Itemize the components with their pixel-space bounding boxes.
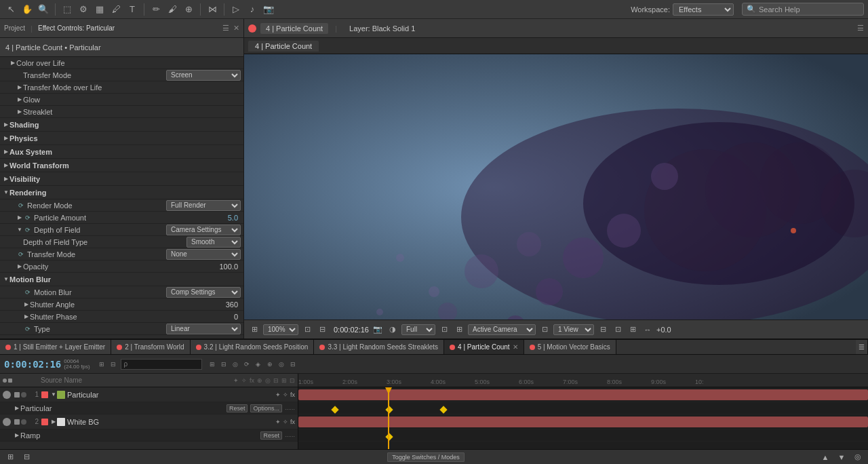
world-transform-arrow[interactable]: ▶ bbox=[3, 162, 9, 169]
tl-ctrl-1[interactable]: ⊞ bbox=[208, 360, 217, 369]
hand-tool-icon[interactable]: ✋ bbox=[20, 3, 34, 16]
tl-ctrl-6[interactable]: ⊕ bbox=[265, 360, 275, 369]
comp-menu-icon[interactable]: ☰ bbox=[857, 24, 864, 33]
puppet-icon[interactable]: ⋈ bbox=[205, 3, 219, 16]
glow-row[interactable]: ▶ Glow bbox=[0, 94, 243, 106]
dof-type-dropdown[interactable]: Smooth bbox=[186, 237, 241, 248]
tl-stagger-icon[interactable]: ⊞ bbox=[97, 360, 106, 369]
camera-dropdown[interactable]: Active Camera bbox=[468, 324, 536, 335]
tl-layer-2-lock[interactable] bbox=[21, 419, 26, 425]
grid-icon[interactable]: ▦ bbox=[93, 3, 106, 16]
tl-ctrl-7[interactable]: ◎ bbox=[277, 360, 286, 369]
tl-layer-1-vis[interactable] bbox=[3, 391, 11, 399]
paint-icon[interactable]: 🖌 bbox=[165, 3, 179, 16]
shutter-phase-arrow[interactable]: ▶ bbox=[23, 313, 30, 320]
clone-icon[interactable]: ⊕ bbox=[182, 3, 195, 16]
toggle-icon[interactable]: ⊡ bbox=[438, 324, 450, 336]
aux-system-row[interactable]: ▶ Aux System bbox=[0, 145, 243, 159]
color-over-life-arrow[interactable]: ▶ bbox=[9, 60, 16, 66]
panel-menu-icon[interactable]: ☰ bbox=[222, 24, 229, 33]
opacity-row[interactable]: ▶ Opacity 100.0 bbox=[0, 260, 243, 273]
text-icon[interactable]: T bbox=[125, 3, 139, 16]
view-icon[interactable]: ⊟ bbox=[597, 324, 609, 336]
info-icon[interactable]: ⊟ bbox=[316, 324, 328, 336]
quality-dropdown[interactable]: Full bbox=[401, 324, 435, 335]
tl-tab-transform-world[interactable]: 2 | Transform World bbox=[111, 340, 190, 355]
tl-search-input[interactable] bbox=[121, 359, 202, 370]
tl-bottom-icon3[interactable]: ▲ bbox=[819, 451, 831, 463]
tl-layer-2[interactable]: 2 ▶ White BG ✦ ✧ fx bbox=[0, 414, 298, 429]
transfer-mode-over-life-arrow[interactable]: ▶ bbox=[16, 84, 23, 91]
tl-tab-light-streaklets[interactable]: 3.3 | Light Random Seeds Streaklets bbox=[314, 340, 444, 355]
tl-l1-fx[interactable]: fx bbox=[290, 391, 295, 398]
tl-bottom-icon5[interactable]: ◎ bbox=[852, 451, 864, 463]
cam-icon2[interactable]: ⊡ bbox=[538, 324, 551, 336]
shutter-angle-value[interactable]: 360 bbox=[211, 301, 238, 309]
shutter-angle-row[interactable]: ▶ Shutter Angle 360 bbox=[0, 298, 243, 311]
particle-amount-arrow[interactable]: ▶ bbox=[16, 214, 23, 221]
dof-dropdown[interactable]: Camera Settings bbox=[166, 225, 241, 235]
view-dropdown[interactable]: 1 View bbox=[553, 324, 594, 335]
export-icon[interactable]: ⊞ bbox=[627, 324, 639, 336]
tl-ctrl-5[interactable]: ◈ bbox=[254, 360, 263, 369]
grid2-icon[interactable]: ⊞ bbox=[453, 324, 465, 336]
comp-tab-4[interactable]: 4 | Particle Count bbox=[248, 41, 319, 52]
tl-l2-fx[interactable]: fx bbox=[290, 419, 295, 425]
tab-close-5[interactable]: ✕ bbox=[513, 343, 518, 351]
tl-layer-2-sub-arrow[interactable]: ▶ bbox=[14, 432, 20, 439]
shading-arrow[interactable]: ▶ bbox=[3, 121, 9, 128]
preview-icon[interactable]: ▷ bbox=[229, 3, 243, 16]
tl-playhead[interactable] bbox=[388, 387, 389, 449]
zoom-dropdown[interactable]: 100% bbox=[263, 324, 298, 335]
tl-tab-particle-count[interactable]: 4 | Particle Count ✕ bbox=[444, 340, 524, 355]
shutter-phase-row[interactable]: ▶ Shutter Phase 0 bbox=[0, 311, 243, 323]
streaklet-arrow[interactable]: ▶ bbox=[16, 109, 23, 115]
panel-close-icon[interactable]: ✕ bbox=[233, 24, 239, 33]
tl-layer-1-sub[interactable]: ▶ Particular Reset Options... ...... bbox=[0, 402, 298, 414]
workspace-dropdown[interactable]: Effects bbox=[673, 3, 734, 16]
shading-row[interactable]: ▶ Shading bbox=[0, 118, 243, 132]
aux-system-arrow[interactable]: ▶ bbox=[3, 149, 9, 155]
toggle-switches-btn[interactable]: Toggle Switches / Modes bbox=[387, 452, 465, 462]
color-over-life-row[interactable]: ▶ Color over Life bbox=[0, 57, 243, 69]
shutter-phase-value[interactable]: 0 bbox=[211, 313, 238, 321]
tl-reset-btn-2[interactable]: Reset bbox=[260, 431, 282, 440]
tl-tab-light-seeds-pos[interactable]: 3.2 | Light Random Seeds Position bbox=[191, 340, 315, 355]
tl-bottom-icon1[interactable]: ⊞ bbox=[4, 451, 16, 463]
panel-tab-project[interactable]: Project bbox=[4, 24, 25, 32]
tl-reset-btn[interactable]: Reset bbox=[226, 404, 248, 412]
particle-amount-row[interactable]: ▶ ⟳ Particle Amount 5.0 bbox=[0, 212, 243, 224]
tl-bottom-icon2[interactable]: ⊟ bbox=[20, 451, 33, 463]
tl-tab-still-emitter[interactable]: 1 | Still Emitter + Layer Emitter bbox=[0, 340, 111, 355]
opacity-arrow[interactable]: ▶ bbox=[16, 263, 23, 270]
particle-amount-value[interactable]: 5.0 bbox=[211, 214, 238, 222]
physics-arrow[interactable]: ▶ bbox=[3, 135, 9, 142]
streaklet-row[interactable]: ▶ Streaklet bbox=[0, 106, 243, 118]
visibility-row[interactable]: ▶ Visibility bbox=[0, 172, 243, 186]
visibility-arrow[interactable]: ▶ bbox=[3, 176, 9, 182]
opacity-value[interactable]: 100.0 bbox=[211, 263, 238, 271]
tl-comp-icon[interactable]: ⊟ bbox=[108, 360, 118, 369]
color-icon[interactable]: ◑ bbox=[387, 324, 399, 336]
shutter-angle-arrow[interactable]: ▶ bbox=[23, 301, 30, 308]
tl-layer-1-solo[interactable] bbox=[14, 392, 20, 398]
tl-ctrl-3[interactable]: ◎ bbox=[231, 360, 240, 369]
tl-layer-1[interactable]: 1 ▼ Particular ✦ ✧ fx bbox=[0, 387, 298, 402]
new-comp-icon[interactable]: ⬚ bbox=[60, 3, 74, 16]
glow-arrow[interactable]: ▶ bbox=[16, 96, 23, 103]
type-dropdown[interactable]: Linear bbox=[166, 324, 241, 334]
tl-ctrl-8[interactable]: ⊟ bbox=[288, 360, 298, 369]
tl-l2-c2[interactable]: ✧ bbox=[283, 419, 288, 425]
tl-tab-motion-vector[interactable]: 5 | Motion Vector Basics bbox=[524, 340, 616, 355]
tl-layer-2-solo[interactable] bbox=[14, 419, 20, 425]
tl-layer-1-color[interactable] bbox=[41, 391, 48, 398]
tl-kf-1b[interactable] bbox=[385, 406, 393, 413]
rendering-arrow[interactable]: ▼ bbox=[3, 189, 9, 196]
render-mode-dropdown[interactable]: Full Render bbox=[166, 200, 241, 211]
select-tool-icon[interactable]: ↖ bbox=[4, 3, 18, 16]
panel-tab-effects[interactable]: Effect Controls: Particular bbox=[38, 24, 115, 32]
pen-icon[interactable]: ✏ bbox=[149, 3, 163, 16]
snapshot-icon[interactable]: 📷 bbox=[262, 3, 275, 16]
tl-l1-c2[interactable]: ✧ bbox=[283, 391, 288, 398]
audio-icon[interactable]: ♪ bbox=[245, 3, 259, 16]
